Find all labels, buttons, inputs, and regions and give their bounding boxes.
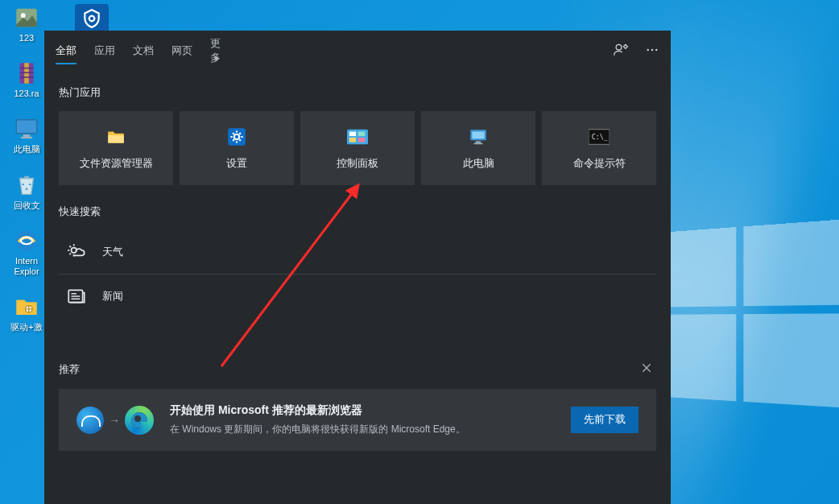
app-label: 此电脑 [463,157,494,171]
desktop-icon-label: 123.ra [14,89,39,99]
arrow-right-icon: → [109,414,120,427]
svg-rect-7 [16,120,37,134]
desktop-icon-column: 123 123.ra 此电脑 回收文 Intern Explor 驱动+激 [8,4,45,333]
quick-weather[interactable]: 天气 [59,230,656,275]
taskbar-app-icon[interactable] [75,4,109,33]
desktop-icon-recycle-bin[interactable]: 回收文 [8,171,45,211]
internet-explorer-icon [13,227,40,254]
edge-new-icon [125,406,154,435]
recommend-title: 开始使用 Microsoft 推荐的最新浏览器 [170,403,555,418]
tab-docs[interactable]: 文档 [133,31,154,71]
tab-more[interactable]: 更多 ▾ [210,23,229,78]
svg-rect-4 [20,68,34,68]
download-button[interactable]: 先前下载 [571,407,639,433]
recommend-card: → 开始使用 Microsoft 推荐的最新浏览器 在 Windows 更新期间… [59,389,656,451]
start-search-panel: 全部 应用 文档 网页 更多 ▾ 热门应用 文件资源管理器 [44,31,671,504]
svg-point-16 [651,48,654,51]
image-file-icon [13,4,40,31]
desktop-icon-label: 123 [19,33,34,43]
news-icon [65,286,88,307]
app-label: 命令提示符 [573,157,626,171]
weather-icon [65,242,88,262]
control-panel-icon [347,126,368,147]
app-file-explorer[interactable]: 文件资源管理器 [59,111,173,185]
section-recommend-title: 推荐 [59,362,80,377]
quick-news[interactable]: 新闻 [59,275,656,318]
app-label: 设置 [226,157,247,171]
desktop-icon-label: 此电脑 [14,144,40,155]
svg-rect-9 [21,137,32,138]
recommend-subtitle: 在 Windows 更新期间，你的电脑将很快获得新版的 Microsoft Ed… [170,423,555,436]
edge-legacy-icon [76,407,104,434]
feedback-icon[interactable] [613,42,629,60]
svg-rect-28 [476,141,481,143]
quick-search-list: 天气 新闻 [59,230,656,318]
this-pc-icon [468,126,489,147]
driver-folder-icon [13,293,40,320]
desktop-icon-label: 驱动+激 [10,322,42,333]
svg-rect-24 [349,137,356,142]
quick-label: 新闻 [102,289,123,304]
svg-text:C:\_: C:\_ [592,132,609,140]
app-settings[interactable]: 设置 [180,111,294,185]
section-popular-apps-title: 热门应用 [59,85,656,100]
section-quick-search-title: 快速搜索 [59,204,656,219]
edge-upgrade-icon: → [76,406,154,435]
svg-rect-6 [20,76,34,77]
svg-rect-18 [108,134,124,143]
desktop-icon-this-pc[interactable]: 此电脑 [8,115,45,155]
tab-web[interactable]: 网页 [172,31,192,71]
quick-label: 天气 [102,245,123,259]
svg-rect-8 [23,134,31,137]
command-prompt-icon: C:\_ [589,126,610,147]
svg-point-1 [21,13,26,18]
recommend-section: 推荐 → 开始使用 Microsoft 推荐的最新浏览器 在 Windows 更… [59,358,656,451]
tab-apps[interactable]: 应用 [94,31,115,71]
app-command-prompt[interactable]: C:\_ 命令提示符 [542,111,656,185]
desktop-icon-folder[interactable]: 123 [8,4,45,43]
svg-rect-25 [358,137,365,142]
settings-gear-icon [226,126,247,147]
desktop-icon-label: Intern Explor [14,256,39,277]
svg-point-14 [616,44,622,50]
app-control-panel[interactable]: 控制面板 [300,111,415,185]
app-label: 文件资源管理器 [80,157,153,171]
rar-file-icon [13,60,40,87]
desktop-icon-ie[interactable]: Intern Explor [8,227,45,277]
svg-point-13 [89,16,95,22]
svg-rect-23 [358,131,365,136]
app-label: 控制面板 [337,157,378,171]
svg-point-17 [655,48,658,51]
this-pc-icon [13,115,40,143]
windows-logo-wallpaper [654,217,839,428]
tab-all[interactable]: 全部 [56,31,76,71]
recycle-bin-icon [13,171,40,199]
svg-rect-22 [349,131,356,136]
svg-rect-29 [474,143,483,144]
search-tabs: 全部 应用 文档 网页 更多 ▾ [44,31,671,71]
desktop-icon-rar[interactable]: 123.ra [8,60,45,99]
app-this-pc[interactable]: 此电脑 [421,111,535,185]
svg-rect-27 [472,131,484,138]
close-icon[interactable] [637,358,656,381]
chevron-down-icon: ▾ [214,53,219,63]
svg-rect-5 [20,72,34,73]
svg-point-15 [647,48,649,51]
desktop-icon-driver[interactable]: 驱动+激 [8,293,45,333]
more-options-icon[interactable] [645,43,659,60]
desktop-icon-label: 回收文 [14,200,40,211]
popular-apps-row: 文件资源管理器 设置 控制面板 此电脑 [59,111,656,185]
file-explorer-icon [105,126,126,147]
